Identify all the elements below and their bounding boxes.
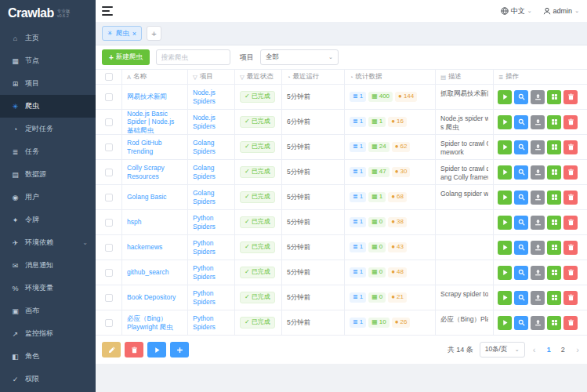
close-icon[interactable]: × bbox=[132, 30, 136, 38]
sidebar-item-0[interactable]: ⌂主页 bbox=[0, 27, 96, 49]
sidebar-item-2[interactable]: ⊞项目 bbox=[0, 72, 96, 95]
delete-button[interactable] bbox=[563, 216, 578, 230]
spider-name-link[interactable]: Node.js Basic Spider | Node.js 基础爬虫 bbox=[127, 110, 183, 134]
spider-name-link[interactable]: Colly Scrapy Resources bbox=[127, 164, 183, 180]
new-spider-button[interactable]: + 新建爬虫 bbox=[102, 49, 150, 65]
sidebar-item-5[interactable]: ≣任务 bbox=[0, 140, 96, 163]
row-checkbox[interactable] bbox=[105, 294, 113, 302]
sidebar-item-9[interactable]: ✈环境依赖⌄ bbox=[0, 231, 96, 254]
project-link[interactable]: Golang Spiders bbox=[193, 139, 230, 155]
run-button[interactable] bbox=[498, 90, 512, 104]
column-header-6[interactable]: ≣操作 bbox=[494, 70, 587, 84]
view-button[interactable] bbox=[514, 241, 528, 255]
page-button-2[interactable]: 2 bbox=[557, 346, 568, 354]
delete-button[interactable] bbox=[563, 140, 578, 154]
sidebar-item-6[interactable]: ▤数据源 bbox=[0, 163, 96, 186]
run-button[interactable] bbox=[498, 115, 512, 129]
batch-run-button[interactable] bbox=[147, 342, 166, 358]
spider-name-link[interactable]: Golang Basic bbox=[127, 193, 167, 201]
view-button[interactable] bbox=[514, 291, 528, 305]
column-header-4[interactable]: ◔统计数据 bbox=[345, 70, 436, 84]
row-checkbox[interactable] bbox=[105, 319, 113, 327]
spider-name-link[interactable]: Rod GitHub Trending bbox=[127, 139, 183, 155]
select-all-checkbox[interactable] bbox=[105, 73, 113, 81]
prev-page-button[interactable]: ‹ bbox=[531, 345, 538, 354]
data-button[interactable] bbox=[547, 291, 561, 305]
data-button[interactable] bbox=[547, 140, 561, 154]
project-link[interactable]: Python Spiders bbox=[193, 214, 230, 230]
spider-name-link[interactable]: 必应（Bing）Playwright 爬虫 bbox=[127, 314, 183, 331]
project-link[interactable]: Node.js Spiders bbox=[193, 89, 230, 105]
sidebar-item-4[interactable]: ◔定时任务 bbox=[0, 118, 96, 140]
sidebar-item-7[interactable]: ◉用户 bbox=[0, 186, 96, 209]
data-button[interactable] bbox=[547, 316, 561, 330]
sidebar-item-12[interactable]: ▣画布 bbox=[0, 299, 96, 322]
row-checkbox[interactable] bbox=[105, 244, 113, 252]
row-checkbox[interactable] bbox=[105, 143, 113, 151]
run-button[interactable] bbox=[498, 191, 512, 205]
batch-edit-button[interactable] bbox=[102, 342, 121, 358]
project-link[interactable]: Golang Spiders bbox=[193, 189, 230, 205]
next-page-button[interactable]: › bbox=[574, 345, 581, 354]
row-checkbox[interactable] bbox=[105, 118, 113, 126]
batch-add-button[interactable] bbox=[170, 342, 189, 358]
run-button[interactable] bbox=[498, 291, 512, 305]
view-button[interactable] bbox=[514, 115, 528, 129]
batch-delete-button[interactable] bbox=[125, 342, 143, 358]
delete-button[interactable] bbox=[563, 316, 578, 330]
upload-button[interactable] bbox=[531, 316, 545, 330]
sidebar-item-8[interactable]: ✦令牌 bbox=[0, 209, 96, 231]
upload-button[interactable] bbox=[531, 241, 545, 255]
page-button-1[interactable]: 1 bbox=[543, 346, 554, 354]
delete-button[interactable] bbox=[563, 90, 578, 104]
column-header-0[interactable]: A名称 bbox=[122, 70, 188, 84]
delete-button[interactable] bbox=[563, 165, 578, 180]
sidebar-item-14[interactable]: ◧角色 bbox=[0, 345, 96, 368]
column-header-3[interactable]: ◔最近运行 bbox=[282, 70, 345, 84]
search-input[interactable] bbox=[156, 49, 230, 65]
sidebar-item-15[interactable]: ✓权限 bbox=[0, 368, 96, 390]
delete-button[interactable] bbox=[563, 191, 578, 205]
spider-name-link[interactable]: hsph bbox=[127, 218, 141, 227]
run-button[interactable] bbox=[498, 165, 512, 180]
upload-button[interactable] bbox=[531, 140, 545, 154]
project-link[interactable]: Python Spiders bbox=[193, 239, 230, 256]
spider-name-link[interactable]: hackernews bbox=[127, 243, 162, 252]
row-checkbox[interactable] bbox=[105, 194, 113, 201]
delete-button[interactable] bbox=[563, 291, 578, 305]
sidebar-item-11[interactable]: %环境变量 bbox=[0, 277, 96, 299]
project-filter-select[interactable]: 全部 ⌄ bbox=[260, 49, 339, 65]
delete-button[interactable] bbox=[563, 266, 578, 280]
project-link[interactable]: Python Spiders bbox=[193, 264, 230, 281]
spider-name-link[interactable]: github_search bbox=[127, 268, 168, 277]
data-button[interactable] bbox=[547, 115, 561, 129]
upload-button[interactable] bbox=[531, 191, 545, 205]
column-header-2[interactable]: ▽最近状态 bbox=[235, 70, 282, 84]
view-button[interactable] bbox=[514, 316, 528, 330]
upload-button[interactable] bbox=[531, 216, 545, 230]
upload-button[interactable] bbox=[531, 266, 545, 280]
logo[interactable]: Crawlab 专业版 v0.6.2 bbox=[0, 0, 96, 27]
data-button[interactable] bbox=[547, 165, 561, 180]
view-button[interactable] bbox=[514, 266, 528, 280]
data-button[interactable] bbox=[547, 266, 561, 280]
project-link[interactable]: Node.js Spiders bbox=[193, 114, 230, 130]
row-checkbox[interactable] bbox=[105, 219, 113, 227]
run-button[interactable] bbox=[498, 140, 512, 154]
sidebar-item-10[interactable]: ✉消息通知 bbox=[0, 254, 96, 277]
sidebar-item-13[interactable]: ↗监控指标 bbox=[0, 322, 96, 345]
user-menu[interactable]: admin ⌄ bbox=[543, 7, 579, 15]
column-header-1[interactable]: ▽项目 bbox=[188, 70, 235, 84]
project-link[interactable]: Python Spiders bbox=[193, 314, 230, 331]
spider-name-link[interactable]: 网易技术新闻 bbox=[127, 93, 167, 101]
project-link[interactable]: Python Spiders bbox=[193, 289, 230, 306]
run-button[interactable] bbox=[498, 216, 512, 230]
page-size-select[interactable]: 10条/页 ⌄ bbox=[480, 342, 525, 358]
run-button[interactable] bbox=[498, 241, 512, 255]
sidebar-item-1[interactable]: ▦节点 bbox=[0, 49, 96, 72]
delete-button[interactable] bbox=[563, 115, 578, 129]
data-button[interactable] bbox=[547, 90, 561, 104]
sidebar-toggle-icon[interactable] bbox=[102, 6, 113, 16]
view-button[interactable] bbox=[514, 216, 528, 230]
column-header-5[interactable]: ▤描述 bbox=[436, 70, 494, 84]
